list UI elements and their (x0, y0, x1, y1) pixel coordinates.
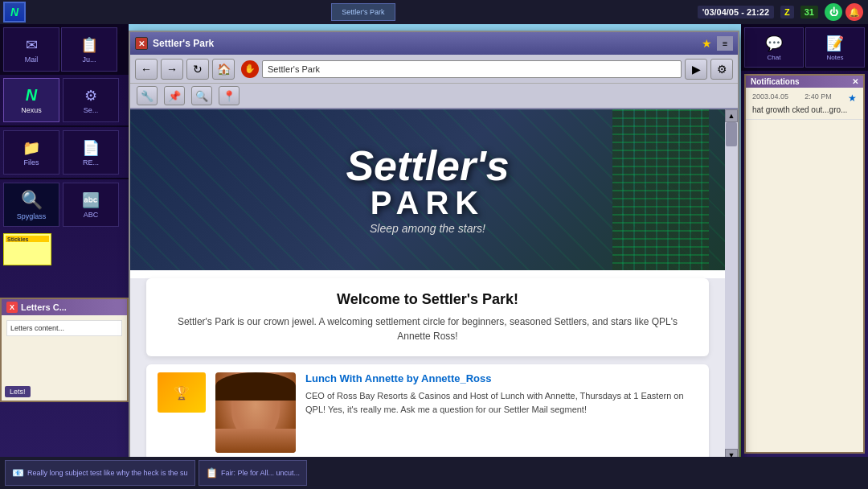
notif-text: hat growth cked out...gro... (752, 105, 857, 114)
letters-content: Letters content... Lets! (2, 315, 127, 344)
notes-icon: 📝 (826, 35, 844, 52)
settlers-tagline: Sleep among the stars! (346, 222, 509, 235)
letters-panel-title: Letters C... (21, 302, 67, 312)
settings-icon: ⚙ (84, 87, 97, 105)
window-label: Settler's Park (342, 8, 384, 16)
letters-close-button[interactable]: X (6, 302, 18, 313)
site-favicon-icon: ✋ (244, 64, 256, 74)
task-label-1: Really long subject test like why the he… (27, 469, 188, 477)
sidebar-label-settings: Se... (84, 106, 99, 114)
sidebar-item-journal[interactable]: 📋 Ju... (61, 27, 117, 72)
toolbar2-btn-2[interactable]: 📌 (164, 86, 185, 105)
browser-toolbar2: 🔧 📌 🔍 📍 (130, 84, 738, 109)
sidebar-label-mail: Mail (25, 55, 39, 64)
mail-icon: ✉ (26, 36, 38, 54)
right-icon-chat[interactable]: 💬 Chat (744, 27, 804, 68)
settlers-name: Settler's (346, 145, 509, 187)
sticky-header: Stickies (6, 236, 49, 242)
letters-actions: Lets! (5, 386, 31, 397)
journal-icon: 📋 (80, 36, 98, 54)
browser-close-button[interactable]: ✕ (135, 37, 148, 50)
building-pattern (612, 109, 709, 270)
power-icon[interactable]: ⏻ (825, 3, 842, 21)
chat-label: Chat (768, 54, 781, 61)
sidebar-item-reports[interactable]: 📄 RE... (63, 130, 119, 175)
welcome-box: Welcome to Settler's Park! Settler's Par… (146, 278, 709, 356)
sidebar-label-reports: RE... (83, 158, 99, 166)
webpage-area: Settler's PARK Sleep among the stars! We… (130, 109, 725, 462)
notif-date-text: 2003.04.05 (752, 92, 788, 104)
welcome-title: Welcome to Settler's Park! (162, 291, 693, 308)
webpage-body: Welcome to Settler's Park! Settler's Par… (130, 278, 725, 462)
active-window-indicator[interactable]: Settler's Park (331, 3, 395, 21)
notification-panel: Notifications ✕ 2003.04.05 2:40 PM ★ hat… (744, 74, 865, 454)
sidebar-item-settings[interactable]: ⚙ Se... (63, 78, 119, 122)
notif-close-button[interactable]: ✕ (852, 77, 858, 86)
back-button[interactable]: ← (135, 59, 158, 80)
bottom-task-item-1[interactable]: 📧 Really long subject test like why the … (5, 460, 195, 486)
favorite-star[interactable]: ★ (702, 37, 712, 50)
right-top-icons: 💬 Chat 📝 Notes (741, 24, 868, 71)
sidebar-item-spyglass[interactable]: 🔍 Spyglass (3, 183, 59, 227)
z-indicator: Z (780, 6, 794, 18)
notif-title: Notifications (751, 77, 800, 86)
spyglass-icon: 🔍 (21, 190, 43, 211)
settlers-park-name: PARK (346, 187, 509, 219)
forward-button[interactable]: → (161, 59, 183, 80)
scroll-track-v[interactable] (725, 122, 738, 449)
sidebar-item-files[interactable]: 📁 Files (3, 130, 59, 175)
task-icon-2: 📋 (206, 467, 218, 479)
browser-window: ✕ Settler's Park ★ ≡ ← → ↻ 🏠 ✋ Settler's… (129, 31, 739, 481)
right-icon-row-1: 💬 Chat 📝 Notes (744, 27, 865, 68)
task-label-2: Fair: Ple for All... uncut... (221, 469, 300, 477)
post-text-annette: CEO of Ross Bay Resorts & Casinos and Ho… (305, 389, 698, 416)
letter-item[interactable]: Letters content... (6, 320, 122, 336)
scroll-thumb-v[interactable] (726, 122, 737, 146)
go-button[interactable]: ▶ (685, 59, 707, 80)
browser-content-area: Settler's PARK Sleep among the stars! We… (130, 109, 738, 462)
home-button[interactable]: 🏠 (212, 59, 235, 80)
badge-icon: 🏆 (174, 385, 190, 401)
webpage-header-image: Settler's PARK Sleep among the stars! (130, 109, 725, 270)
webpage-inner: Settler's PARK Sleep among the stars! We… (130, 109, 738, 462)
sidebar-tools-section: 🔍 Spyglass 🔤 ABC (0, 179, 129, 230)
scroll-up-button[interactable]: ▲ (725, 109, 738, 122)
alert-icon[interactable]: 🔔 (845, 3, 863, 21)
toolbar2-btn-4[interactable]: 📍 (219, 86, 240, 105)
notif-date: 2003.04.05 2:40 PM ★ (752, 92, 857, 104)
browser-options-button[interactable]: ≡ (717, 36, 733, 51)
sticky-note[interactable]: Stickies (3, 233, 51, 265)
chat-icon: 💬 (765, 35, 783, 52)
nexus-icon: N (26, 86, 37, 105)
settlers-title: Settler's PARK Sleep among the stars! (346, 145, 509, 235)
toolbar2-btn-1[interactable]: 🔧 (137, 86, 158, 105)
sidebar-top-section: ✉ Mail 📋 Ju... (0, 24, 129, 75)
tools-button[interactable]: ⚙ (710, 59, 733, 80)
abc-icon: 🔤 (82, 191, 100, 209)
sidebar-item-abc[interactable]: 🔤 ABC (63, 183, 119, 227)
refresh-button[interactable]: ↻ (186, 59, 209, 80)
sidebar-label-files: Files (23, 158, 39, 166)
toolbar2-btn-3[interactable]: 🔍 (191, 86, 212, 105)
taskbar-center-area: Settler's Park (29, 3, 698, 21)
sidebar-item-mail[interactable]: ✉ Mail (3, 27, 59, 72)
notif-item-1[interactable]: 2003.04.05 2:40 PM ★ hat growth cked out… (746, 88, 863, 120)
post-author-link[interactable]: Annette_Ross (421, 372, 491, 384)
clock-area: '03/04/05 - 21:22 Z 31 (698, 6, 818, 18)
notif-panel-header: Notifications ✕ (746, 76, 863, 88)
notif-time-text: 2:40 PM (805, 92, 832, 104)
letters-panel: X Letters C... Letters content... Lets! (0, 298, 129, 402)
post-title-annette: Lunch With Annette by Annette_Ross (305, 372, 698, 384)
post-content-annette: Lunch With Annette by Annette_Ross CEO o… (305, 372, 698, 416)
reports-icon: 📄 (82, 139, 100, 157)
right-icon-notes[interactable]: 📝 Notes (805, 27, 865, 68)
address-bar[interactable]: Settler's Park (262, 60, 682, 78)
lets-write-button[interactable]: Lets! (5, 386, 31, 397)
taskbar-bottom: 📧 Really long subject test like why the … (0, 457, 868, 489)
sidebar-item-nexus[interactable]: N Nexus (3, 78, 59, 122)
nexus-taskbar-icon[interactable]: N (3, 2, 26, 23)
welcome-text: Settler's Park is our crown jewel. A wel… (162, 314, 693, 343)
bottom-task-item-2[interactable]: 📋 Fair: Ple for All... uncut... (199, 460, 307, 486)
right-panel: 💬 Chat 📝 Notes Notifications ✕ 2003.04.0… (741, 24, 868, 457)
post-badge-annette: 🏆 (158, 372, 206, 413)
